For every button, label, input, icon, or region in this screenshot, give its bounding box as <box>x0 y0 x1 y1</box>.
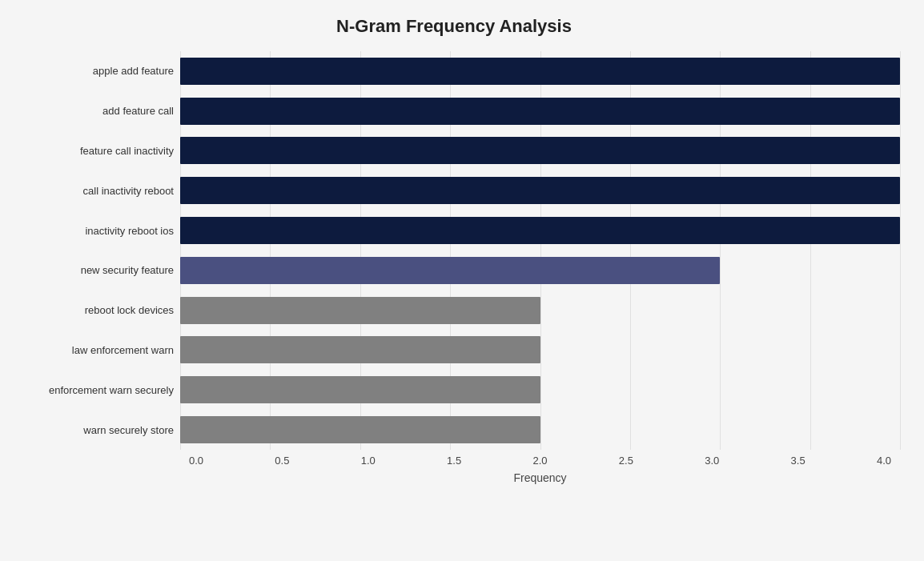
x-tick-label: 0.5 <box>266 455 298 467</box>
y-label: apple add feature <box>8 51 174 91</box>
bar <box>180 177 900 204</box>
bar-row <box>180 410 900 450</box>
x-axis-area: 0.00.51.01.52.02.53.03.54.0 Frequency <box>180 450 900 484</box>
chart-title: N-Gram Frequency Analysis <box>8 16 900 37</box>
bar-row <box>180 170 900 210</box>
bar <box>180 98 900 125</box>
y-labels: apple add featureadd feature callfeature… <box>8 51 180 450</box>
bar <box>180 217 900 244</box>
x-tick-label: 1.0 <box>352 455 384 467</box>
y-label: feature call inactivity <box>8 131 174 171</box>
chart-area: apple add featureadd feature callfeature… <box>8 51 900 484</box>
grid-line <box>900 51 901 450</box>
bar-row <box>180 250 900 291</box>
x-tick-label: 0.0 <box>180 455 212 467</box>
bar <box>180 297 540 324</box>
bar <box>180 137 900 164</box>
bar <box>180 416 540 443</box>
y-label: warn securely store <box>8 410 174 450</box>
bar <box>180 376 540 403</box>
bar <box>180 58 900 85</box>
bars-area <box>180 51 900 450</box>
bar-row <box>180 370 900 410</box>
y-label: reboot lock devices <box>8 291 174 331</box>
x-ticks: 0.00.51.01.52.02.53.03.54.0 <box>180 450 900 467</box>
x-tick-label: 3.5 <box>782 455 814 467</box>
y-label: call inactivity reboot <box>8 170 174 210</box>
x-tick-label: 1.5 <box>438 455 470 467</box>
bars-wrapper <box>180 51 900 450</box>
y-label: law enforcement warn <box>8 331 174 371</box>
bar-row <box>180 291 900 331</box>
x-axis-label: Frequency <box>180 471 900 484</box>
y-label: new security feature <box>8 250 174 291</box>
y-label: inactivity reboot ios <box>8 210 174 250</box>
chart-inner: apple add featureadd feature callfeature… <box>8 51 900 450</box>
bar-row <box>180 51 900 91</box>
x-tick-label: 2.0 <box>524 455 556 467</box>
bar <box>180 336 540 363</box>
bar-row <box>180 210 900 250</box>
bar <box>180 257 720 284</box>
bar-row <box>180 331 900 371</box>
y-label: enforcement warn securely <box>8 370 174 410</box>
x-tick-label: 2.5 <box>610 455 642 467</box>
chart-container: N-Gram Frequency Analysis apple add feat… <box>0 0 924 561</box>
x-tick-label: 3.0 <box>696 455 728 467</box>
y-label: add feature call <box>8 91 174 131</box>
bar-row <box>180 131 900 171</box>
x-tick-label: 4.0 <box>868 455 900 467</box>
bar-row <box>180 91 900 131</box>
